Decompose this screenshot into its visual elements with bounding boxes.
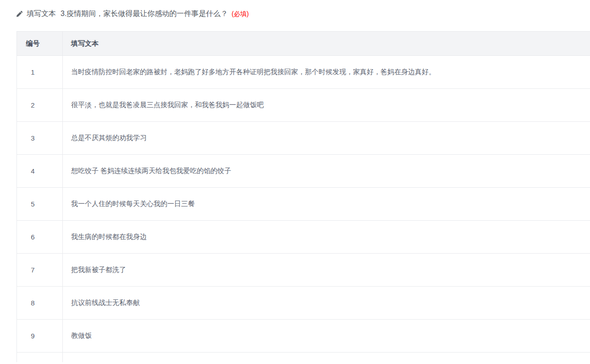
table-row: 4 想吃饺子 爸妈连续连续两天给我包我爱吃的馅的饺子 [17,155,590,188]
table-row: 6 我生病的时候都在我身边 [17,221,590,254]
table-row-partial [17,353,590,362]
row-text: 我生病的时候都在我身边 [63,221,590,253]
table-row: 7 把我新被子都洗了 [17,254,590,287]
table-body: 1 当时疫情防控时回老家的路被封，老妈跑了好多地方开各种证明把我接回家，那个时候… [17,56,590,353]
table-row: 3 总是不厌其烦的劝我学习 [17,122,590,155]
row-number: 3 [17,122,63,154]
question-title: 3.疫情期间，家长做得最让你感动的一件事是什么？ [61,9,228,19]
table-row: 1 当时疫情防控时回老家的路被封，老妈跑了好多地方开各种证明把我接回家，那个时候… [17,56,590,89]
column-header-number: 编号 [17,32,63,55]
required-badge: (必填) [232,10,248,18]
answers-table: 编号 填写文本 1 当时疫情防控时回老家的路被封，老妈跑了好多地方开各种证明把我… [17,31,590,362]
row-number: 6 [17,221,63,253]
row-text: 抗议前线战士无私奉献 [63,287,590,319]
row-text: 我一个人住的时候每天关心我的一日三餐 [63,188,590,220]
row-text: 教做饭 [63,320,590,352]
row-number: 1 [17,56,63,88]
row-text [63,353,590,362]
row-text: 把我新被子都洗了 [63,254,590,286]
row-text: 总是不厌其烦的劝我学习 [63,122,590,154]
row-text: 很平淡，也就是我爸凌晨三点接我回家，和我爸我妈一起做饭吧 [63,89,590,121]
table-row: 8 抗议前线战士无私奉献 [17,287,590,320]
row-number: 2 [17,89,63,121]
pencil-icon [16,11,23,17]
table-row: 9 教做饭 [17,320,590,353]
row-number: 9 [17,320,63,352]
row-text: 当时疫情防控时回老家的路被封，老妈跑了好多地方开各种证明把我接回家，那个时候发现… [63,56,590,88]
row-text: 想吃饺子 爸妈连续连续两天给我包我爱吃的馅的饺子 [63,155,590,187]
column-header-text: 填写文本 [63,32,590,55]
question-header: 填写文本 3.疫情期间，家长做得最让你感动的一件事是什么？ (必填) [16,9,249,19]
row-number: 4 [17,155,63,187]
question-type-label: 填写文本 [27,9,56,19]
row-number: 8 [17,287,63,319]
table-row: 2 很平淡，也就是我爸凌晨三点接我回家，和我爸我妈一起做饭吧 [17,89,590,122]
row-number: 5 [17,188,63,220]
table-row: 5 我一个人住的时候每天关心我的一日三餐 [17,188,590,221]
row-number: 7 [17,254,63,286]
table-header-row: 编号 填写文本 [17,32,590,56]
row-number [17,353,63,362]
